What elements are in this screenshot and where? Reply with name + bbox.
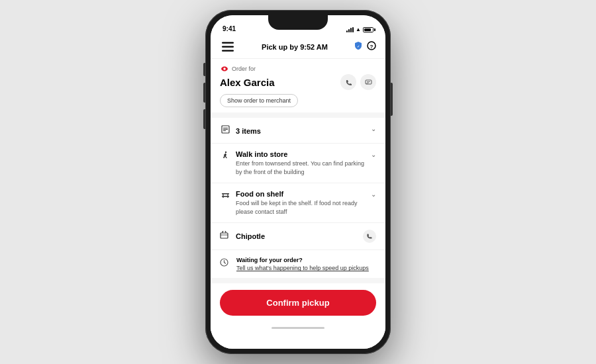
items-content: 3 items [236,124,366,136]
restaurant-icon [220,230,230,242]
svg-point-14 [224,152,226,153]
restaurant-name: Chipotle [236,232,358,240]
restaurant-section: Chipotle [211,223,385,250]
main-content: Order for Alex Garcia [211,59,385,349]
customer-row: Alex Garcia [220,74,376,90]
svg-line-24 [224,263,226,264]
shelf-row: Food on shelf Food will be kept in the s… [220,190,376,216]
svg-rect-20 [221,233,228,238]
waiting-link[interactable]: Tell us what's happening to help speed u… [236,265,369,271]
doordash-logo [220,66,229,72]
items-icon [220,125,230,134]
message-customer-button[interactable] [360,74,376,90]
walk-desc: Enter from townsend street. You can find… [236,159,366,176]
food-on-shelf-section[interactable]: Food on shelf Food will be kept in the s… [211,183,385,223]
customer-name: Alex Garcia [220,77,275,88]
bottom-section: Confirm pickup [211,283,385,321]
svg-rect-0 [222,42,234,43]
order-header: Order for Alex Garcia [211,59,385,118]
svg-rect-2 [222,50,234,51]
shelf-chevron-icon: ⌄ [371,191,376,198]
walk-title: Walk into store [236,150,366,158]
svg-text:?: ? [370,43,373,49]
nav-title: Pick up by 9:52 AM [236,43,354,51]
waiting-text-block: Waiting for your order? Tell us what's h… [236,257,369,271]
items-label: 3 items [236,127,261,135]
walk-chevron-icon: ⌄ [371,151,376,158]
hamburger-icon[interactable] [220,39,236,55]
items-chevron-icon: ⌄ [371,125,376,132]
shelf-content: Food on shelf Food will be kept in the s… [236,190,366,216]
status-icons: ▲ [346,26,373,32]
home-indicator [211,321,385,334]
battery-icon [363,27,373,32]
notch [268,15,328,30]
side-button-vol-down [203,109,205,129]
clock-icon [220,257,228,269]
nav-bar: Pick up by 9:52 AM ✓ ? [211,35,385,59]
home-bar [272,327,324,329]
svg-text:✓: ✓ [357,44,360,48]
items-row: 3 items ⌄ [220,124,376,136]
walk-into-store-section[interactable]: Walk into store Enter from townsend stre… [211,144,385,183]
walking-icon [220,151,230,159]
status-time: 9:41 [223,25,236,32]
nav-right-icons: ✓ ? [354,41,376,53]
shield-icon[interactable]: ✓ [354,41,363,53]
contact-icons [340,74,376,90]
confirm-pickup-button[interactable]: Confirm pickup [220,290,376,316]
shelf-title: Food on shelf [236,190,366,198]
order-for-text: Order for [232,66,256,72]
phone-screen: 9:41 ▲ Pick up by 9:52 AM [211,15,385,349]
call-customer-button[interactable] [340,74,356,90]
shelf-desc: Food will be kept in the shelf. If food … [236,199,366,216]
svg-point-6 [223,68,226,70]
help-icon[interactable]: ? [367,41,376,53]
svg-rect-1 [222,46,234,47]
side-button-mute [203,63,205,76]
signal-icon [346,27,354,32]
side-button-vol-up [203,83,205,103]
items-section[interactable]: 3 items ⌄ [211,118,385,144]
phone-frame: 9:41 ▲ Pick up by 9:52 AM [205,10,391,354]
show-order-to-merchant-button[interactable]: Show order to merchant [220,94,298,107]
call-restaurant-button[interactable] [363,230,376,243]
walk-row: Walk into store Enter from townsend stre… [220,150,376,176]
wifi-icon: ▲ [356,26,361,32]
waiting-row: Waiting for your order? Tell us what's h… [220,257,376,271]
waiting-section: Waiting for your order? Tell us what's h… [211,250,385,283]
side-button-power [391,83,393,116]
walk-content: Walk into store Enter from townsend stre… [236,150,366,176]
order-for-row: Order for [220,66,376,72]
shelf-icon [220,191,230,199]
waiting-question: Waiting for your order? [236,257,369,263]
